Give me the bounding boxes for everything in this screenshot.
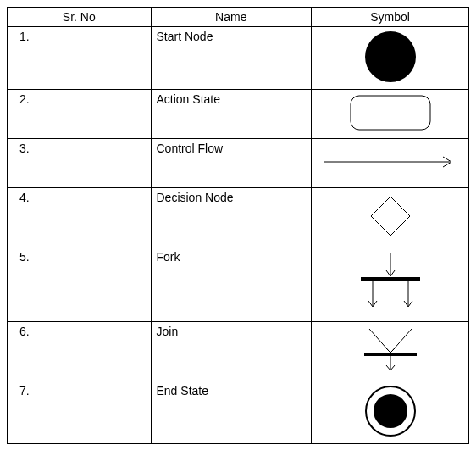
cell-name: Decision Node — [151, 188, 312, 247]
decision-node-icon — [369, 195, 412, 237]
cell-srno: 5. — [8, 247, 152, 322]
cell-srno: 4. — [8, 188, 152, 247]
cell-srno: 7. — [8, 381, 152, 444]
cell-symbol — [312, 381, 469, 444]
cell-srno: 3. — [8, 139, 152, 188]
cell-name: Action State — [151, 90, 312, 139]
cell-name: Control Flow — [151, 139, 312, 188]
uml-symbols-table: Sr. No Name Symbol 1. Start Node 2. Acti… — [7, 7, 469, 444]
cell-srno: 1. — [8, 27, 152, 90]
cell-srno: 6. — [8, 322, 152, 381]
header-name: Name — [151, 8, 312, 27]
table-row: 2. Action State — [8, 90, 469, 139]
cell-symbol — [312, 90, 469, 139]
cell-symbol — [312, 188, 469, 247]
svg-rect-5 — [361, 277, 420, 281]
cell-name: Join — [151, 322, 312, 381]
control-flow-icon — [323, 153, 458, 170]
table-row: 6. Join — [8, 322, 469, 381]
cell-name: End State — [151, 381, 312, 444]
cell-symbol — [312, 322, 469, 381]
cell-symbol — [312, 27, 469, 90]
join-icon — [352, 325, 429, 375]
end-state-icon — [364, 385, 417, 437]
svg-rect-10 — [364, 353, 417, 356]
svg-point-13 — [374, 394, 407, 428]
cell-srno: 2. — [8, 90, 152, 139]
table-row: 3. Control Flow — [8, 139, 469, 188]
table-row: 7. End State — [8, 381, 469, 444]
table-row: 1. Start Node — [8, 27, 469, 90]
svg-point-0 — [365, 31, 416, 82]
svg-rect-1 — [351, 96, 430, 130]
action-state-icon — [350, 95, 431, 131]
cell-symbol — [312, 139, 469, 188]
header-srno: Sr. No — [8, 8, 152, 27]
svg-marker-3 — [371, 197, 410, 236]
cell-symbol — [312, 247, 469, 322]
header-symbol: Symbol — [312, 8, 469, 27]
start-node-icon — [364, 31, 417, 83]
table-row: 5. Fork — [8, 247, 469, 322]
cell-name: Fork — [151, 247, 312, 322]
table-header-row: Sr. No Name Symbol — [8, 8, 469, 27]
fork-icon — [352, 252, 429, 314]
cell-name: Start Node — [151, 27, 312, 90]
table-row: 4. Decision Node — [8, 188, 469, 247]
